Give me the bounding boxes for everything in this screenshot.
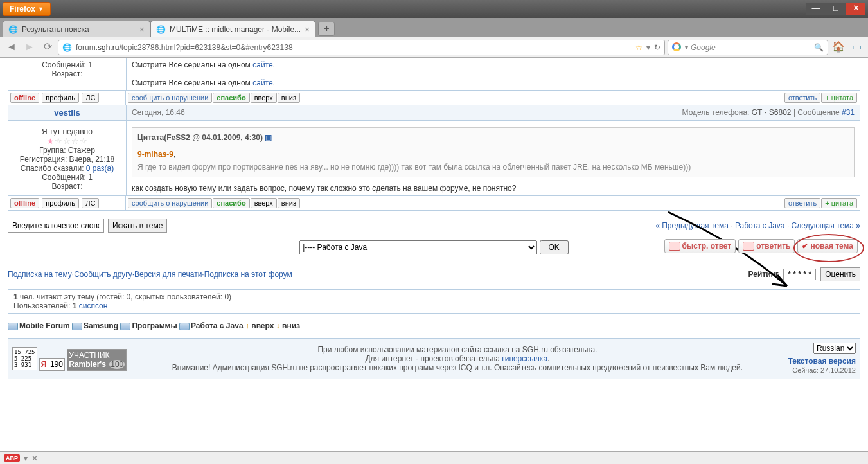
message-number-link[interactable]: #31: [842, 108, 855, 117]
thanks-button[interactable]: спасибо: [213, 198, 249, 208]
subscribe-forum-link[interactable]: Подписка на этот форум: [204, 270, 292, 279]
quote-button[interactable]: + цитата: [821, 198, 857, 208]
hyperlink-link[interactable]: гиперссылка: [502, 354, 547, 363]
rating-stars[interactable]: * * * * *: [783, 269, 816, 280]
rate-button[interactable]: Оценить: [820, 267, 860, 281]
page-content: Сообщений: 1 Возраст: Смотрите Все сериа…: [0, 58, 868, 451]
tab-multime[interactable]: 🌐 MULTiME :: midlet manager - Mobile... …: [150, 21, 315, 37]
post-author-panel: Сообщений: 1 Возраст:: [8, 58, 127, 90]
tab-search-results[interactable]: 🌐 Результаты поиска ×: [3, 21, 150, 37]
adblock-icon[interactable]: ABP: [4, 454, 20, 462]
pm-button[interactable]: ЛС: [82, 198, 99, 208]
scroll-down-button[interactable]: вниз: [278, 93, 300, 103]
reply-icon: [669, 242, 680, 251]
back-button[interactable]: ◄: [4, 40, 19, 55]
quote-link-icon[interactable]: ▣: [265, 133, 272, 142]
pm-button[interactable]: ЛС: [82, 93, 99, 103]
forward-button[interactable]: ►: [22, 40, 37, 55]
search-box[interactable]: ▾ Google 🔍: [668, 40, 828, 55]
minimize-button[interactable]: —: [806, 3, 826, 15]
forum-jump-ok-button[interactable]: OK: [540, 240, 569, 254]
counter-liveinternet[interactable]: 15 725 5 225 3 931: [12, 347, 37, 370]
home-button[interactable]: 🏠: [831, 40, 846, 55]
thanks-count-link[interactable]: 0 раз(а): [86, 164, 114, 173]
maximize-button[interactable]: □: [826, 3, 846, 15]
scroll-up-button[interactable]: вверх: [251, 93, 277, 103]
folder-icon: [8, 323, 18, 330]
status-offline: offline: [10, 93, 39, 103]
folder-icon: [72, 323, 82, 330]
counter-yandex[interactable]: Я 190: [39, 358, 65, 371]
scroll-down-button[interactable]: вниз: [278, 198, 300, 208]
address-bar[interactable]: 🌐 forum.sgh.ru/topic28786.html?pid=62313…: [58, 40, 665, 55]
folder-icon: [120, 323, 130, 330]
go-up-link[interactable]: вверх: [251, 321, 274, 330]
reply-button[interactable]: ответить: [784, 93, 820, 103]
status-offline: offline: [10, 198, 39, 208]
bookmark-star-icon[interactable]: ☆: [635, 43, 642, 52]
crumb-programs[interactable]: Программы: [132, 321, 177, 330]
bookmarks-button[interactable]: ▭: [849, 40, 864, 55]
print-version-link[interactable]: Версия для печати: [134, 270, 202, 279]
google-icon: [672, 42, 682, 53]
globe-icon: 🌐: [62, 43, 72, 52]
section-link[interactable]: Работа с Java: [735, 221, 785, 230]
rating-block: Рейтинг * * * * * Оценить: [748, 267, 860, 281]
report-button[interactable]: сообщить о нарушении: [128, 198, 212, 208]
search-icon[interactable]: 🔍: [814, 43, 824, 52]
crumb-java[interactable]: Работа с Java: [191, 321, 244, 330]
counter-rambler[interactable]: УЧАСТНИКRambler's 100: [67, 349, 127, 371]
report-button[interactable]: сообщить о нарушении: [128, 93, 212, 103]
close-tab-icon[interactable]: ×: [139, 24, 145, 35]
next-topic-link[interactable]: Следующая тема »: [792, 221, 860, 230]
readers-info: 1 чел. читают эту тему (гостей: 0, скрыт…: [8, 289, 860, 314]
new-tab-button[interactable]: +: [318, 22, 335, 36]
window-titlebar: Firefox▼ — □ ✕: [0, 0, 868, 18]
keyword-input[interactable]: [8, 219, 104, 233]
rank-stars: ★☆☆☆☆: [12, 136, 122, 146]
user-link[interactable]: сиспсон: [79, 301, 108, 310]
thanks-button[interactable]: спасибо: [213, 93, 249, 103]
text-version-link[interactable]: Текстовая версия: [788, 357, 856, 366]
folder-icon: [179, 323, 190, 330]
quote-button[interactable]: + цитата: [821, 93, 857, 103]
breadcrumb: Mobile Forum Samsung Программы Работа с …: [8, 321, 860, 330]
navigation-toolbar: ◄ ► ⟳ 🌐 forum.sgh.ru/topic28786.html?pid…: [0, 37, 868, 58]
forum-jump-select[interactable]: |---- Работа с Java: [299, 240, 537, 254]
reply-icon: [743, 242, 754, 251]
close-window-button[interactable]: ✕: [846, 3, 865, 15]
tell-friend-link[interactable]: Сообщить другу: [74, 270, 132, 279]
post-body: Смотрите Все сериалы на одном сайте. Смо…: [127, 58, 860, 90]
globe-icon: 🌐: [8, 25, 18, 34]
quote-block: Цитата(FeSS2 @ 04.01.2009, 4:30) ▣ 9-mih…: [132, 127, 855, 177]
reply-button-large[interactable]: ответить: [738, 239, 795, 253]
prev-topic-link[interactable]: « Предыдущая тема: [655, 221, 729, 230]
link-site[interactable]: сайте: [252, 78, 272, 87]
new-topic-button[interactable]: ✔новая тема: [797, 239, 858, 253]
profile-button[interactable]: профиль: [42, 93, 79, 103]
profile-button[interactable]: профиль: [42, 198, 79, 208]
author-name-link[interactable]: vestils: [54, 108, 80, 118]
crumb-samsung[interactable]: Samsung: [84, 321, 118, 330]
close-tab-icon[interactable]: ×: [305, 24, 310, 35]
reload-button[interactable]: ⟳: [40, 40, 55, 55]
status-bar: ABP ▾ ✕: [0, 451, 868, 464]
globe-icon: 🌐: [156, 25, 166, 34]
topic-navigation: « Предыдущая тема · Работа с Java · След…: [655, 221, 860, 230]
author-buttons: offline профиль ЛС: [8, 91, 126, 105]
firefox-menu-button[interactable]: Firefox▼: [3, 2, 51, 16]
post-header: Сегодня, 16:46 Модель телефона: GT - S68…: [127, 105, 860, 120]
subscribe-topic-link[interactable]: Подписка на тему: [8, 270, 72, 279]
crumb-mobile-forum[interactable]: Mobile Forum: [19, 321, 70, 330]
checkmark-icon: ✔: [802, 242, 808, 251]
link-site[interactable]: сайте: [252, 60, 272, 69]
footer: 15 725 5 225 3 931 Я 190 УЧАСТНИКRambler…: [8, 338, 860, 379]
scroll-up-button[interactable]: вверх: [251, 198, 277, 208]
refresh-icon[interactable]: ↻: [654, 43, 660, 52]
search-topic-button[interactable]: Искать в теме: [108, 219, 167, 233]
reply-button[interactable]: ответить: [784, 198, 820, 208]
language-select[interactable]: Russian: [813, 343, 856, 354]
quick-reply-button[interactable]: быстр. ответ: [664, 239, 736, 253]
close-icon[interactable]: ✕: [31, 454, 38, 463]
go-down-link[interactable]: вниз: [282, 321, 300, 330]
